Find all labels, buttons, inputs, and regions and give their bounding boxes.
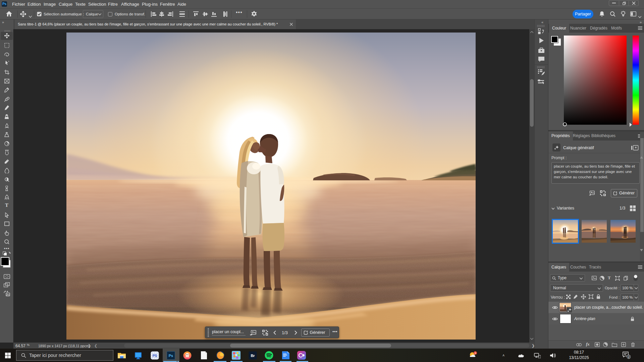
svg-text:Br: Br	[251, 354, 255, 358]
svg-text:Ps: Ps	[169, 354, 173, 358]
svg-text:PS: PS	[153, 354, 157, 358]
svg-text:3: 3	[475, 352, 476, 355]
svg-text:2: 2	[628, 355, 630, 359]
